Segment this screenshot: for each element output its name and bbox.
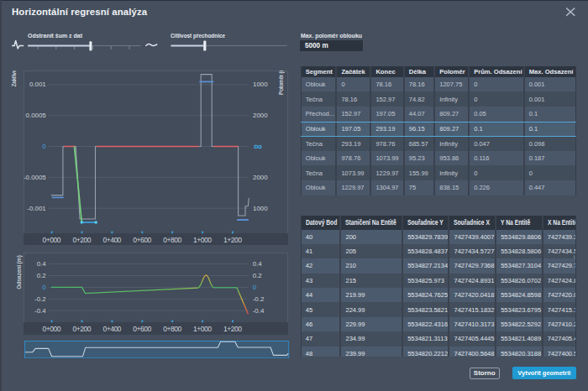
svg-text:2000: 2000	[253, 174, 268, 181]
svg-text:0+000: 0+000	[43, 236, 61, 244]
svg-text:0: 0	[253, 284, 257, 291]
svg-text:0: 0	[42, 143, 46, 150]
svg-text:-0.2: -0.2	[253, 295, 265, 303]
svg-text:Poloměr (m): Poloměr (m)	[278, 70, 285, 95]
svg-text:0+200: 0+200	[73, 325, 92, 333]
svg-text:0+600: 0+600	[133, 325, 151, 333]
svg-text:0+000: 0+000	[43, 325, 61, 333]
svg-text:∞: ∞	[254, 139, 262, 153]
svg-text:1+200: 1+200	[223, 236, 242, 244]
svg-text:1+000: 1+000	[193, 325, 212, 333]
svg-text:0.2: 0.2	[253, 272, 262, 279]
svg-text:-0.2: -0.2	[34, 295, 46, 303]
svg-text:0.2: 0.2	[37, 272, 46, 279]
svg-text:0.0005: 0.0005	[26, 112, 47, 119]
svg-text:0: 0	[42, 284, 46, 291]
svg-text:-0.4: -0.4	[253, 307, 265, 315]
svg-text:0+400: 0+400	[102, 236, 121, 244]
svg-text:0.4: 0.4	[253, 260, 263, 268]
svg-text:-0.4: -0.4	[34, 307, 46, 315]
svg-text:1000: 1000	[253, 81, 268, 88]
svg-text:Zakřivení: Zakřivení	[11, 70, 17, 87]
svg-text:0+800: 0+800	[163, 236, 181, 244]
svg-text:0+200: 0+200	[73, 236, 92, 244]
svg-text:-0.0005: -0.0005	[24, 174, 46, 181]
svg-text:0.4: 0.4	[37, 260, 47, 268]
svg-text:0.001: 0.001	[29, 81, 46, 88]
svg-text:Odsazení (m): Odsazení (m)	[16, 255, 23, 289]
svg-text:-0.001: -0.001	[27, 205, 45, 212]
svg-text:0+600: 0+600	[133, 236, 151, 244]
svg-text:2000: 2000	[253, 112, 268, 119]
svg-text:1000: 1000	[253, 205, 268, 212]
svg-text:1+200: 1+200	[223, 325, 242, 333]
svg-text:0+400: 0+400	[102, 325, 121, 333]
svg-text:0+800: 0+800	[163, 325, 181, 333]
svg-text:1+000: 1+000	[193, 236, 212, 244]
